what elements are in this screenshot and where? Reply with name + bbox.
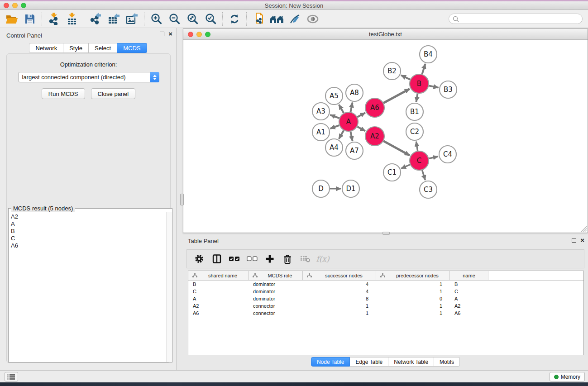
graph-edge-A2-C[interactable] bbox=[383, 141, 410, 156]
tab-style[interactable]: Style bbox=[63, 43, 89, 53]
optimization-select[interactable]: largest connected component (directed) bbox=[18, 72, 159, 82]
graph-node-A4[interactable]: A4 bbox=[325, 139, 343, 156]
float-panel-icon[interactable] bbox=[160, 32, 164, 36]
graph-node-D1[interactable]: D1 bbox=[342, 180, 359, 197]
refresh-button[interactable] bbox=[225, 11, 244, 27]
deselect-all-button[interactable] bbox=[245, 252, 259, 266]
graph-node-A3[interactable]: A3 bbox=[312, 103, 330, 120]
graph-edge-A-A1[interactable] bbox=[330, 125, 339, 129]
delete-column-button[interactable] bbox=[281, 252, 294, 266]
export-image-button[interactable] bbox=[123, 11, 141, 27]
graph-edge-B-B1[interactable] bbox=[416, 94, 418, 102]
graph-node-C1[interactable]: C1 bbox=[383, 164, 401, 181]
table-row[interactable]: A2connector11A2 bbox=[188, 302, 583, 310]
graph-node-A[interactable]: A bbox=[339, 112, 358, 131]
tab-motifs[interactable]: Motifs bbox=[434, 357, 460, 367]
graph-edge-C-C4[interactable] bbox=[429, 157, 438, 158]
column-header[interactable]: name bbox=[450, 271, 488, 280]
tab-network[interactable]: Network bbox=[29, 43, 63, 53]
add-column-button[interactable] bbox=[263, 252, 277, 266]
tab-edge-table[interactable]: Edge Table bbox=[350, 357, 388, 367]
graph-edge-C-C1[interactable] bbox=[401, 165, 410, 169]
task-history-button[interactable] bbox=[5, 372, 18, 381]
result-scrollbar[interactable] bbox=[166, 212, 172, 362]
table-row[interactable]: A6connector11A6 bbox=[188, 310, 583, 317]
close-panel-button[interactable]: Close panel bbox=[91, 88, 136, 99]
graph-edge-A-A3[interactable] bbox=[330, 115, 339, 118]
memory-button[interactable]: Memory bbox=[550, 372, 585, 381]
result-item[interactable]: C bbox=[11, 235, 164, 242]
hide-edit-button[interactable] bbox=[286, 11, 304, 27]
table-row[interactable]: Bdominator41B bbox=[188, 281, 583, 288]
graph-node-A1[interactable]: A1 bbox=[312, 124, 330, 141]
minimize-window-button[interactable] bbox=[12, 3, 18, 8]
graph-edge-B-B2[interactable] bbox=[401, 75, 410, 79]
column-header[interactable]: MCDS role bbox=[249, 271, 303, 280]
export-table-button[interactable] bbox=[105, 11, 123, 27]
graph-node-A6[interactable]: A6 bbox=[365, 98, 384, 117]
zoom-selected-button[interactable] bbox=[201, 11, 220, 27]
graph-node-D[interactable]: D bbox=[312, 180, 330, 197]
result-item[interactable]: B bbox=[11, 228, 164, 235]
graph-edge-C-C2[interactable] bbox=[416, 142, 417, 151]
search-field[interactable] bbox=[449, 14, 583, 24]
graph-edge-B-B4[interactable] bbox=[422, 64, 425, 74]
column-header[interactable]: predecessor nodes bbox=[376, 271, 450, 280]
graph-node-C4[interactable]: C4 bbox=[439, 146, 456, 163]
first-neighbors-button[interactable] bbox=[268, 11, 286, 27]
zoom-fit-button[interactable] bbox=[183, 11, 201, 27]
network-maximize-button[interactable] bbox=[205, 32, 210, 37]
column-header[interactable]: successor nodes bbox=[303, 271, 376, 280]
select-all-button[interactable] bbox=[228, 252, 241, 266]
graph-node-A8[interactable]: A8 bbox=[346, 84, 363, 101]
network-canvas[interactable]: B4B2BB3A8A5A6A3B1AC2A1A2A4A7C4CC1DD1C3 bbox=[183, 40, 588, 233]
network-minimize-button[interactable] bbox=[196, 32, 202, 37]
run-mcds-button[interactable]: Run MCDS bbox=[42, 88, 85, 99]
graph-node-A7[interactable]: A7 bbox=[346, 142, 363, 159]
zoom-out-button[interactable] bbox=[165, 11, 183, 27]
graph-node-C2[interactable]: C2 bbox=[406, 123, 423, 140]
graph-edge-A-A6[interactable] bbox=[357, 113, 365, 117]
close-panel-icon[interactable]: × bbox=[580, 238, 584, 243]
graph-node-B[interactable]: B bbox=[410, 74, 429, 93]
tab-select[interactable]: Select bbox=[89, 43, 117, 53]
tab-node-table[interactable]: Node Table bbox=[311, 357, 350, 367]
network-close-button[interactable] bbox=[188, 32, 193, 37]
network-from-selection-button[interactable] bbox=[249, 11, 268, 27]
graph-node-C[interactable]: C bbox=[410, 151, 429, 170]
graph-edge-A-A5[interactable] bbox=[339, 105, 344, 113]
save-session-button[interactable] bbox=[21, 11, 39, 27]
graph-edge-A-A2[interactable] bbox=[357, 127, 365, 131]
graph-node-A2[interactable]: A2 bbox=[365, 127, 384, 146]
tab-mcds[interactable]: MCDS bbox=[117, 43, 147, 53]
graph-edge-A-A4[interactable] bbox=[339, 130, 344, 139]
table-row[interactable]: Adominator80A bbox=[188, 295, 583, 302]
graph-node-C3[interactable]: C3 bbox=[420, 181, 437, 198]
graph-node-B3[interactable]: B3 bbox=[440, 81, 457, 98]
float-panel-icon[interactable] bbox=[572, 238, 576, 243]
open-session-button[interactable] bbox=[3, 11, 21, 27]
table-row[interactable]: Cdominator41C bbox=[188, 288, 583, 295]
graph-edge-B-B3[interactable] bbox=[429, 86, 439, 87]
export-network-button[interactable] bbox=[87, 11, 105, 27]
graph-edge-A6-B[interactable] bbox=[383, 89, 410, 103]
maximize-window-button[interactable] bbox=[21, 3, 26, 8]
search-input[interactable] bbox=[459, 15, 578, 23]
graph-edge-A-A8[interactable] bbox=[350, 103, 352, 112]
import-table-button[interactable] bbox=[63, 11, 81, 27]
result-item[interactable]: A2 bbox=[11, 213, 164, 220]
network-window-titlebar[interactable]: testGlobe.txt bbox=[183, 29, 588, 40]
close-window-button[interactable] bbox=[4, 3, 9, 8]
table-settings-button[interactable] bbox=[192, 252, 206, 266]
graph-edge-A-A7[interactable] bbox=[350, 132, 352, 141]
result-item[interactable]: A bbox=[11, 220, 164, 228]
graph-node-B2[interactable]: B2 bbox=[383, 62, 401, 80]
result-item[interactable]: A6 bbox=[11, 242, 164, 249]
graph-node-A5[interactable]: A5 bbox=[325, 87, 343, 105]
close-panel-icon[interactable]: × bbox=[168, 32, 172, 36]
graph-node-B4[interactable]: B4 bbox=[420, 46, 437, 63]
graph-node-B1[interactable]: B1 bbox=[406, 103, 423, 120]
zoom-in-button[interactable] bbox=[147, 11, 165, 27]
splitter-grip[interactable] bbox=[180, 194, 184, 205]
import-network-button[interactable] bbox=[45, 11, 63, 27]
